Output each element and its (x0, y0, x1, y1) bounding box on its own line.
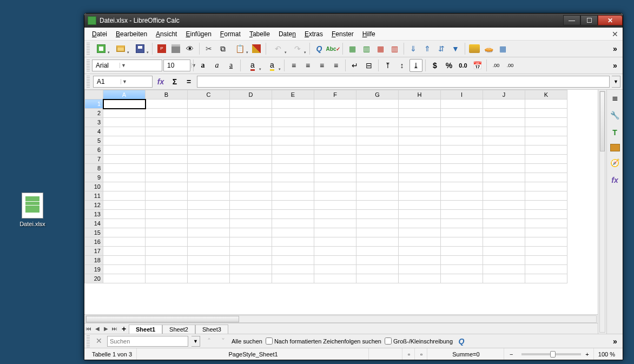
cell[interactable] (230, 210, 272, 219)
cell[interactable] (314, 145, 356, 155)
properties-icon[interactable]: 🔧 (609, 109, 621, 121)
cell[interactable] (356, 182, 399, 191)
cell[interactable] (188, 256, 230, 265)
cell[interactable] (146, 210, 188, 219)
cell[interactable] (230, 145, 272, 155)
cell[interactable] (103, 228, 146, 237)
font-size-combo[interactable]: 10 ▼ (163, 59, 190, 71)
cell[interactable] (103, 109, 146, 118)
cell[interactable] (483, 164, 525, 173)
align-center-button[interactable]: ≡ (301, 59, 314, 72)
row-header[interactable]: 15 (85, 228, 103, 237)
cell[interactable] (441, 145, 483, 155)
insert-row-button[interactable]: ▦ (346, 42, 359, 55)
close-document-button[interactable]: ✕ (611, 30, 619, 38)
cell[interactable] (146, 219, 188, 228)
close-findbar-button[interactable]: ✕ (94, 336, 104, 346)
cell[interactable] (399, 173, 441, 182)
cell[interactable] (230, 155, 272, 164)
cell[interactable] (314, 256, 356, 265)
sum-button[interactable]: Σ (169, 76, 181, 88)
vertical-scrollbar[interactable] (598, 90, 606, 334)
font-color-button[interactable]: a▾ (243, 59, 262, 72)
cell[interactable] (441, 201, 483, 210)
cell[interactable] (146, 247, 188, 256)
italic-button[interactable]: a (210, 59, 223, 72)
cell[interactable] (441, 219, 483, 228)
cell[interactable] (399, 219, 441, 228)
cell[interactable] (103, 182, 146, 191)
cell[interactable] (314, 191, 356, 201)
cell[interactable] (146, 191, 188, 201)
cell[interactable] (272, 182, 314, 191)
menu-datei[interactable]: Datei (88, 29, 111, 39)
cell[interactable] (483, 191, 525, 201)
cell[interactable] (314, 100, 356, 109)
cell[interactable] (272, 219, 314, 228)
cell[interactable] (525, 136, 567, 145)
find-next-button[interactable]: ˅ (217, 336, 228, 347)
menu-bearbeiten[interactable]: Bearbeiten (111, 29, 151, 39)
cell[interactable] (272, 228, 314, 237)
copy-button[interactable]: ⧉ (216, 42, 229, 55)
function-button[interactable]: = (183, 76, 195, 88)
zoom-slider[interactable] (521, 353, 581, 355)
cell[interactable] (441, 247, 483, 256)
row-header[interactable]: 7 (85, 155, 103, 164)
cell[interactable] (314, 265, 356, 274)
cell[interactable] (103, 210, 146, 219)
cell[interactable] (272, 237, 314, 247)
cell[interactable] (399, 228, 441, 237)
cell[interactable] (356, 118, 399, 127)
cell[interactable] (272, 118, 314, 127)
cell[interactable] (483, 182, 525, 191)
cell[interactable] (441, 127, 483, 136)
sidebar-settings-icon[interactable]: ≣ (609, 92, 621, 104)
number-button[interactable]: 0.0 (457, 59, 470, 72)
cell[interactable] (356, 219, 399, 228)
cell[interactable] (525, 164, 567, 173)
cell[interactable] (399, 247, 441, 256)
cell[interactable] (441, 274, 483, 283)
cell[interactable] (483, 155, 525, 164)
column-header[interactable]: F (314, 90, 356, 100)
cell[interactable] (314, 237, 356, 247)
insert-image-button[interactable] (469, 44, 480, 53)
cell[interactable] (525, 182, 567, 191)
sheet-tab[interactable]: Sheet3 (195, 325, 228, 334)
cell[interactable] (483, 201, 525, 210)
cell[interactable] (230, 201, 272, 210)
cell[interactable] (441, 210, 483, 219)
cell[interactable] (356, 191, 399, 201)
row-header[interactable]: 16 (85, 237, 103, 247)
cell[interactable] (188, 247, 230, 256)
cell[interactable] (483, 136, 525, 145)
cell[interactable] (272, 173, 314, 182)
cell[interactable] (230, 127, 272, 136)
cell[interactable] (356, 155, 399, 164)
merge-cells-button[interactable]: ⊟ (362, 59, 375, 72)
sheet-tab[interactable]: Sheet2 (162, 325, 195, 334)
column-header[interactable]: I (441, 90, 483, 100)
cell[interactable] (230, 274, 272, 283)
cell[interactable] (314, 109, 356, 118)
cell[interactable] (441, 191, 483, 201)
export-pdf-button[interactable]: P (155, 42, 168, 55)
cell[interactable] (103, 191, 146, 201)
cell[interactable] (483, 109, 525, 118)
cell[interactable] (188, 237, 230, 247)
cell[interactable] (525, 265, 567, 274)
cell[interactable] (525, 228, 567, 237)
find-formatted-checkbox[interactable]: Nach formatierten Zeichenfolgen suchen (266, 337, 381, 345)
cell[interactable] (230, 228, 272, 237)
cell[interactable] (399, 191, 441, 201)
delete-row-button[interactable]: ▦ (374, 42, 387, 55)
cell[interactable] (441, 100, 483, 109)
cell[interactable] (146, 118, 188, 127)
toolbar-overflow[interactable]: » (610, 44, 620, 53)
cell[interactable] (146, 109, 188, 118)
cell[interactable] (272, 145, 314, 155)
formula-expand-button[interactable]: ▼ (612, 76, 620, 88)
row-header[interactable]: 12 (85, 201, 103, 210)
navigator-icon[interactable]: 🧭 (609, 157, 621, 169)
